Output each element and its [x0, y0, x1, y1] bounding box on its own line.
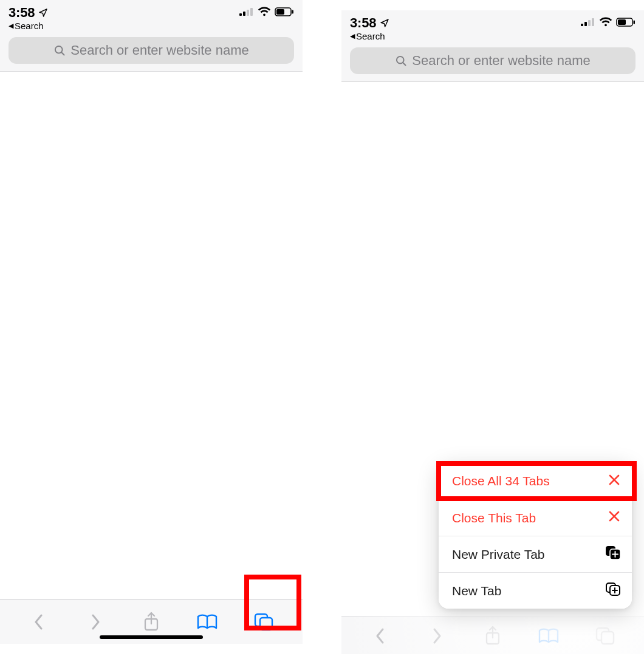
- menu-new-private-tab-label: New Private Tab: [452, 547, 545, 562]
- svg-rect-3: [250, 8, 253, 16]
- menu-close-this-tab[interactable]: Close This Tab: [439, 499, 632, 536]
- cellular-signal-icon: [239, 7, 254, 18]
- cellular-signal-icon: [581, 18, 595, 29]
- svg-rect-19: [618, 19, 626, 25]
- browser-header: 3:58: [0, 0, 303, 72]
- nav-forward-button[interactable]: [421, 622, 453, 650]
- status-bar: 3:58: [350, 14, 635, 32]
- svg-rect-2: [247, 10, 249, 16]
- browser-header: 3:58: [341, 10, 644, 82]
- share-button[interactable]: [135, 608, 167, 636]
- nav-back-button[interactable]: [365, 622, 396, 650]
- wifi-icon: [599, 17, 612, 29]
- wifi-icon: [258, 7, 271, 19]
- breadcrumb-label: Search: [15, 21, 44, 31]
- bookmarks-button[interactable]: [533, 622, 564, 650]
- browser-toolbar: [341, 617, 644, 654]
- menu-close-this-tab-label: Close This Tab: [452, 511, 536, 525]
- breadcrumb-label: Search: [356, 31, 385, 41]
- svg-rect-6: [292, 10, 294, 13]
- svg-rect-13: [260, 618, 272, 630]
- svg-line-22: [403, 63, 406, 66]
- location-arrow-icon: [380, 18, 389, 28]
- tabs-context-menu: Close All 34 Tabs Close This Tab New Pri…: [439, 463, 632, 609]
- share-button[interactable]: [477, 622, 509, 650]
- close-icon: [608, 473, 621, 490]
- nav-back-button[interactable]: [23, 608, 55, 636]
- address-bar[interactable]: Search or enter website name: [9, 37, 294, 64]
- chevron-left-small-icon: ◀: [350, 33, 355, 39]
- address-bar-placeholder: Search or enter website name: [70, 43, 249, 58]
- tabs-button[interactable]: [248, 608, 279, 636]
- battery-icon: [616, 18, 635, 29]
- menu-close-all-tabs-label: Close All 34 Tabs: [452, 474, 550, 488]
- svg-line-8: [61, 52, 64, 55]
- svg-rect-17: [592, 18, 594, 26]
- svg-rect-5: [276, 9, 284, 15]
- new-private-tab-icon: [605, 545, 621, 563]
- status-bar: 3:58: [9, 4, 294, 22]
- svg-rect-16: [588, 20, 591, 26]
- menu-close-all-tabs[interactable]: Close All 34 Tabs: [439, 463, 632, 499]
- status-time: 3:58: [9, 5, 35, 21]
- svg-rect-27: [601, 632, 614, 644]
- bookmarks-button[interactable]: [191, 608, 223, 636]
- back-to-app-breadcrumb[interactable]: ◀ Search: [350, 31, 635, 41]
- nav-forward-button[interactable]: [80, 608, 111, 636]
- address-bar[interactable]: Search or enter website name: [350, 47, 635, 74]
- status-time: 3:58: [350, 15, 376, 31]
- chevron-left-small-icon: ◀: [9, 22, 13, 29]
- close-icon: [608, 510, 621, 526]
- svg-rect-0: [239, 13, 242, 16]
- address-bar-placeholder: Search or enter website name: [412, 53, 591, 69]
- menu-new-tab-label: New Tab: [452, 584, 501, 598]
- menu-new-private-tab[interactable]: New Private Tab: [439, 536, 632, 572]
- tabs-button[interactable]: [589, 622, 621, 650]
- battery-icon: [275, 7, 294, 19]
- search-icon: [395, 55, 407, 67]
- screenshot-left: 3:58: [0, 0, 303, 644]
- menu-new-tab[interactable]: New Tab: [439, 572, 632, 609]
- back-to-app-breadcrumb[interactable]: ◀ Search: [9, 21, 294, 31]
- search-icon: [53, 44, 66, 56]
- page-content-blank: [0, 72, 303, 594]
- location-arrow-icon: [38, 8, 48, 18]
- svg-rect-15: [584, 22, 587, 26]
- screenshot-right: 3:58: [341, 10, 644, 654]
- new-tab-icon: [605, 582, 621, 600]
- home-indicator: [100, 635, 203, 639]
- svg-rect-14: [581, 24, 583, 26]
- svg-rect-1: [243, 12, 245, 16]
- svg-rect-20: [634, 20, 635, 24]
